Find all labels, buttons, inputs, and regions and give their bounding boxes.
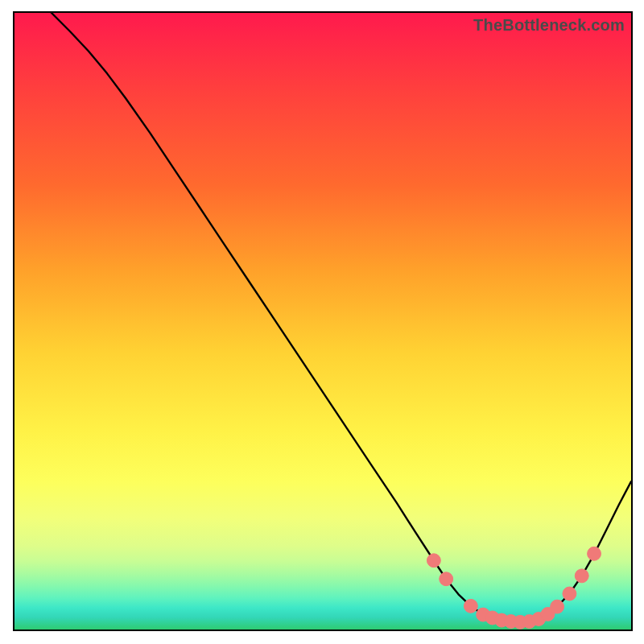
bottleneck-curve bbox=[52, 13, 631, 622]
curve-bead bbox=[551, 600, 564, 613]
curve-bead bbox=[464, 599, 477, 613]
chart-stage: TheBottleneck.com bbox=[0, 0, 644, 644]
watermark-text: TheBottleneck.com bbox=[473, 16, 625, 35]
curve-bead bbox=[427, 554, 440, 568]
curve-bead bbox=[563, 587, 576, 601]
plot-area bbox=[13, 11, 633, 631]
curve-svg bbox=[14, 13, 631, 630]
curve-bead bbox=[575, 569, 588, 583]
curve-bead bbox=[588, 547, 601, 560]
curve-bead bbox=[440, 572, 453, 586]
